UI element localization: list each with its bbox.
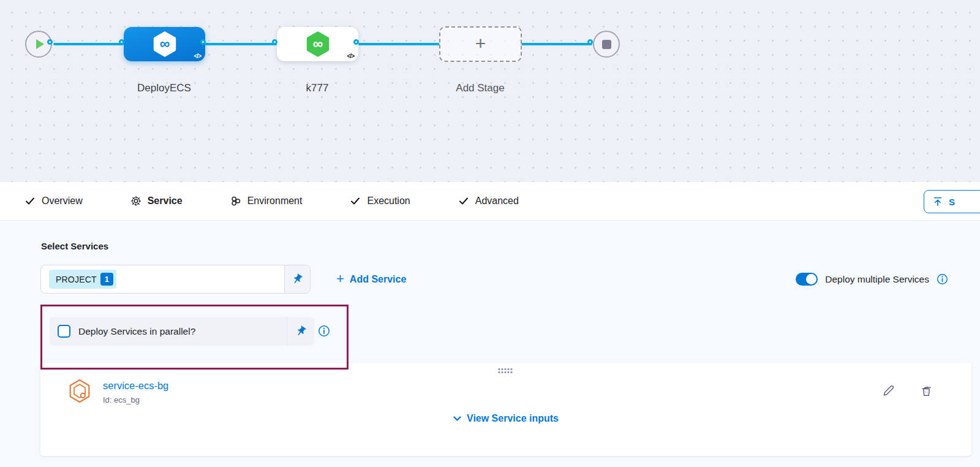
- connector-port[interactable]: [47, 39, 53, 45]
- tab-environment[interactable]: Environment: [230, 196, 303, 207]
- connector-line: [53, 43, 124, 45]
- ecs-service-icon: [69, 379, 91, 403]
- add-stage-button[interactable]: +: [439, 26, 522, 62]
- environment-icon: [230, 196, 241, 207]
- pipeline-end-node[interactable]: [593, 31, 620, 58]
- stop-icon: [602, 40, 611, 49]
- pin-icon: [293, 323, 309, 339]
- connector-port[interactable]: [353, 39, 359, 45]
- tab-advanced[interactable]: Advanced: [458, 196, 519, 207]
- view-service-inputs-link[interactable]: View Service inputs: [40, 413, 971, 424]
- harness-logo-icon: ∞: [151, 30, 179, 58]
- tab-overview[interactable]: Overview: [24, 196, 83, 207]
- deploy-parallel-label: Deploy Services in parallel?: [78, 326, 195, 337]
- add-service-button[interactable]: + Add Service: [336, 273, 406, 286]
- connector-port[interactable]: [272, 39, 277, 45]
- deploy-parallel-checkbox[interactable]: [58, 325, 70, 338]
- connector-port[interactable]: [587, 39, 593, 45]
- plus-icon: +: [475, 34, 486, 53]
- code-icon: </>: [194, 53, 201, 59]
- info-icon[interactable]: [318, 325, 330, 337]
- pin-runtime-input-button[interactable]: [287, 317, 314, 346]
- svg-text:∞: ∞: [312, 36, 322, 51]
- play-icon: [36, 39, 44, 49]
- harness-logo-icon: ∞: [304, 30, 332, 58]
- tab-label: Environment: [247, 196, 303, 207]
- connector-line: [205, 43, 277, 45]
- tab-execution[interactable]: Execution: [350, 196, 410, 207]
- connector-line: [521, 43, 592, 45]
- gear-icon: [130, 196, 141, 207]
- add-service-label: Add Service: [350, 274, 406, 285]
- annotation-highlight-box: Deploy Services in parallel?: [40, 305, 349, 370]
- stage-label: k777: [265, 82, 369, 94]
- project-chip[interactable]: PROJECT 1: [49, 270, 116, 289]
- info-icon[interactable]: [937, 273, 948, 285]
- tab-label: Advanced: [475, 196, 519, 207]
- pin-icon: [289, 271, 305, 287]
- service-name-link[interactable]: service-ecs-bg: [103, 380, 168, 392]
- svg-text:∞: ∞: [159, 36, 169, 51]
- stage-label: DeployECS: [112, 82, 216, 94]
- pipeline-canvas[interactable]: ∞ </> ∞ </> + DeployECS k777 Add Stage: [0, 0, 980, 182]
- save-button[interactable]: S: [924, 190, 980, 213]
- deploy-multiple-services-toggle[interactable]: [796, 273, 818, 286]
- save-button-label: S: [949, 197, 955, 207]
- tab-label: Overview: [42, 196, 83, 207]
- project-chip-count-badge: 1: [100, 273, 113, 286]
- upload-icon: [932, 196, 943, 207]
- check-icon: [458, 196, 469, 207]
- tab-label: Service: [148, 196, 183, 207]
- stage-node-deployecs[interactable]: ∞ </>: [124, 27, 205, 61]
- add-stage-label: Add Stage: [428, 82, 532, 94]
- toggle-knob: [806, 274, 816, 284]
- check-icon: [24, 196, 36, 207]
- service-tab-panel: Select Services PROJECT 1 + Add Service: [0, 221, 980, 467]
- trash-icon[interactable]: [919, 384, 933, 398]
- code-icon: </>: [347, 53, 354, 59]
- project-chip-label: PROJECT: [56, 275, 97, 284]
- edit-icon[interactable]: [881, 384, 895, 398]
- tab-label: Execution: [367, 196, 410, 207]
- pin-runtime-input-button[interactable]: [284, 265, 310, 293]
- connector-port[interactable]: [200, 39, 206, 45]
- select-services-label: Select Services: [41, 241, 108, 251]
- deploy-parallel-field[interactable]: Deploy Services in parallel?: [50, 317, 314, 346]
- chips-area[interactable]: PROJECT 1: [41, 265, 284, 293]
- connector-line: [358, 43, 440, 45]
- tab-service[interactable]: Service: [130, 196, 183, 207]
- drag-handle-icon[interactable]: [499, 368, 514, 374]
- select-services-input[interactable]: PROJECT 1: [40, 265, 311, 294]
- plus-icon: +: [336, 272, 344, 286]
- check-icon: [350, 196, 361, 207]
- service-card: service-ecs-bg Id: ecs_bg View Service i…: [40, 363, 971, 456]
- view-service-inputs-label: View Service inputs: [467, 413, 559, 424]
- stage-tabbar: Overview Service Environment Execution A…: [0, 182, 980, 221]
- deploy-multiple-services-label: Deploy multiple Services: [825, 274, 929, 285]
- stage-node-k777[interactable]: ∞ </>: [277, 27, 358, 61]
- chevron-down-icon: [453, 416, 461, 422]
- connector-port[interactable]: [119, 39, 124, 45]
- service-id-text: Id: ecs_bg: [103, 395, 168, 404]
